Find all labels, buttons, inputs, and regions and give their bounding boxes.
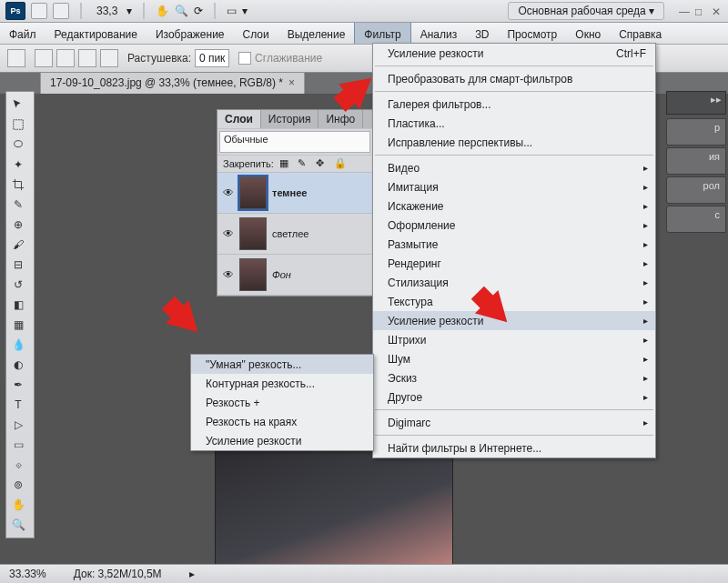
collapsed-panel-tab[interactable]: с xyxy=(666,206,726,233)
healing-tool-icon[interactable]: ⊕ xyxy=(8,216,28,234)
status-docinfo[interactable]: Док: 3,52M/10,5M xyxy=(74,568,162,580)
menu-item[interactable]: Имитация▸ xyxy=(373,177,655,196)
visibility-eye-icon[interactable]: 👁 xyxy=(223,228,234,239)
hand-tool-icon[interactable]: ✋ xyxy=(8,496,28,514)
menu-item[interactable]: Пластика... xyxy=(373,114,655,133)
crop-tool-icon[interactable] xyxy=(8,176,28,194)
menu-просмотр[interactable]: Просмотр xyxy=(498,23,566,44)
lock-pixels-icon[interactable]: ✎ xyxy=(298,157,310,170)
collapsed-panel-tab[interactable]: рол xyxy=(666,176,726,204)
menu-item[interactable]: Резкость на краях xyxy=(191,412,373,431)
menu-item[interactable]: Размытие▸ xyxy=(373,235,655,254)
eyedropper-tool-icon[interactable]: ✎ xyxy=(8,196,28,214)
menu-item[interactable]: Оформление▸ xyxy=(373,216,655,235)
screen-mode-icon[interactable]: ▭ xyxy=(227,5,237,17)
lasso-tool-icon[interactable] xyxy=(8,136,28,154)
dropdown-icon[interactable]: ▾ xyxy=(126,5,132,17)
menu-окно[interactable]: Окно xyxy=(566,23,610,44)
bridge-icon[interactable] xyxy=(31,3,47,19)
menu-справка[interactable]: Справка xyxy=(610,23,671,44)
menu-item[interactable]: Усиление резкости xyxy=(191,431,373,450)
menu-item[interactable]: Исправление перспективы... xyxy=(373,133,655,152)
dodge-tool-icon[interactable]: ◐ xyxy=(8,356,28,374)
menu-изображение[interactable]: Изображение xyxy=(147,23,234,44)
zoom-percent-label[interactable]: 33,3 xyxy=(93,5,121,17)
marquee-new-icon[interactable] xyxy=(35,49,53,67)
status-zoom[interactable]: 33.33% xyxy=(9,568,46,580)
menu-item[interactable]: Эскиз▸ xyxy=(373,368,655,387)
stamp-tool-icon[interactable]: ⊟ xyxy=(8,256,28,274)
menu-слои[interactable]: Слои xyxy=(234,23,278,44)
lock-all-icon[interactable]: 🔒 xyxy=(334,157,347,170)
menu-item[interactable]: Найти фильтры в Интернете... xyxy=(373,438,655,457)
menu-item[interactable]: Преобразовать для смарт-фильтров xyxy=(373,69,655,88)
lock-position-icon[interactable]: ✥ xyxy=(316,157,329,170)
menu-редактирование[interactable]: Редактирование xyxy=(46,23,147,44)
menu-item[interactable]: Другое▸ xyxy=(373,387,655,407)
feather-input[interactable]: 0 пик xyxy=(195,49,229,67)
panel-tab[interactable]: Слои xyxy=(217,110,261,128)
layer-thumbnail[interactable] xyxy=(239,217,267,250)
wand-tool-icon[interactable]: ✦ xyxy=(8,156,28,174)
minimize-button[interactable]: — xyxy=(679,5,690,16)
path-tool-icon[interactable]: ▷ xyxy=(8,416,28,434)
close-button[interactable]: ✕ xyxy=(712,5,723,16)
menu-item[interactable]: Резкость + xyxy=(191,393,373,412)
collapsed-panel-tab[interactable]: ия xyxy=(666,147,726,175)
pen-tool-icon[interactable]: ✒ xyxy=(8,376,28,394)
menu-item[interactable]: Шум▸ xyxy=(373,349,655,368)
document-image[interactable] xyxy=(215,446,453,583)
zoom-tool-icon[interactable]: 🔍 xyxy=(175,5,188,17)
marquee-intersect-icon[interactable] xyxy=(100,49,118,67)
menu-item[interactable]: Стилизация▸ xyxy=(373,273,655,292)
gradient-tool-icon[interactable]: ▦ xyxy=(8,316,28,334)
menu-item[interactable]: Digimarc▸ xyxy=(373,413,655,432)
brush-tool-icon[interactable]: 🖌 xyxy=(8,236,28,254)
collapsed-panel-tab[interactable]: р xyxy=(666,118,726,146)
layer-row[interactable]: 👁темнее xyxy=(217,173,372,214)
menu-3d[interactable]: 3D xyxy=(466,23,498,44)
menu-item[interactable]: Галерея фильтров... xyxy=(373,95,655,114)
layer-thumbnail[interactable] xyxy=(239,258,267,291)
minibridge-icon[interactable] xyxy=(53,3,69,19)
panel-collapse-icon[interactable]: ▸▸ xyxy=(666,91,726,115)
marquee-tool-icon[interactable] xyxy=(8,116,28,134)
rotate-tool-icon[interactable]: ⟳ xyxy=(194,5,203,17)
marquee-add-icon[interactable] xyxy=(56,49,75,67)
blend-mode-select[interactable]: Обычные xyxy=(219,131,370,153)
chevron-right-icon[interactable]: ▸ xyxy=(189,568,195,580)
layer-row[interactable]: 👁светлее xyxy=(217,214,372,255)
3d-camera-tool-icon[interactable]: ⊚ xyxy=(8,476,28,494)
menu-item[interactable]: Видео▸ xyxy=(373,158,655,177)
close-tab-icon[interactable]: × xyxy=(288,76,295,89)
menu-item-repeat-filter[interactable]: Усиление резкости Ctrl+F xyxy=(373,44,655,63)
lock-transparent-icon[interactable]: ▦ xyxy=(279,157,292,170)
tool-preset-icon[interactable] xyxy=(7,49,25,67)
hand-tool-icon[interactable]: ✋ xyxy=(156,5,169,17)
visibility-eye-icon[interactable]: 👁 xyxy=(223,187,234,198)
menu-выделение[interactable]: Выделение xyxy=(278,23,355,44)
menu-файл[interactable]: Файл xyxy=(0,23,46,44)
marquee-subtract-icon[interactable] xyxy=(78,49,96,67)
menu-item[interactable]: Рендеринг▸ xyxy=(373,254,655,273)
menu-item[interactable]: Штрихи▸ xyxy=(373,330,655,349)
history-brush-tool-icon[interactable]: ↺ xyxy=(8,276,28,294)
eraser-tool-icon[interactable]: ◧ xyxy=(8,296,28,314)
move-tool-icon[interactable] xyxy=(8,95,28,114)
workspace-switcher[interactable]: Основная рабочая среда ▾ xyxy=(508,2,664,20)
menu-item[interactable]: "Умная" резкость... xyxy=(191,355,373,374)
maximize-button[interactable]: □ xyxy=(695,5,706,16)
3d-tool-icon[interactable]: ⟐ xyxy=(8,456,28,474)
menu-анализ[interactable]: Анализ xyxy=(411,23,467,44)
screen-mode-dropdown-icon[interactable]: ▾ xyxy=(242,5,248,17)
layer-row[interactable]: 👁Фон xyxy=(217,255,372,296)
zoom-tool-icon[interactable]: 🔍 xyxy=(8,516,28,534)
visibility-eye-icon[interactable]: 👁 xyxy=(223,269,234,280)
panel-tab[interactable]: История xyxy=(261,110,319,128)
blur-tool-icon[interactable]: 💧 xyxy=(8,336,28,354)
antialias-checkbox[interactable] xyxy=(238,52,251,65)
shape-tool-icon[interactable]: ▭ xyxy=(8,436,28,454)
document-tab[interactable]: 17-09-10_0823.jpg @ 33,3% (темнее, RGB/8… xyxy=(40,70,305,94)
menu-item[interactable]: Искажение▸ xyxy=(373,196,655,216)
panel-tab[interactable]: Инфо xyxy=(318,110,363,128)
